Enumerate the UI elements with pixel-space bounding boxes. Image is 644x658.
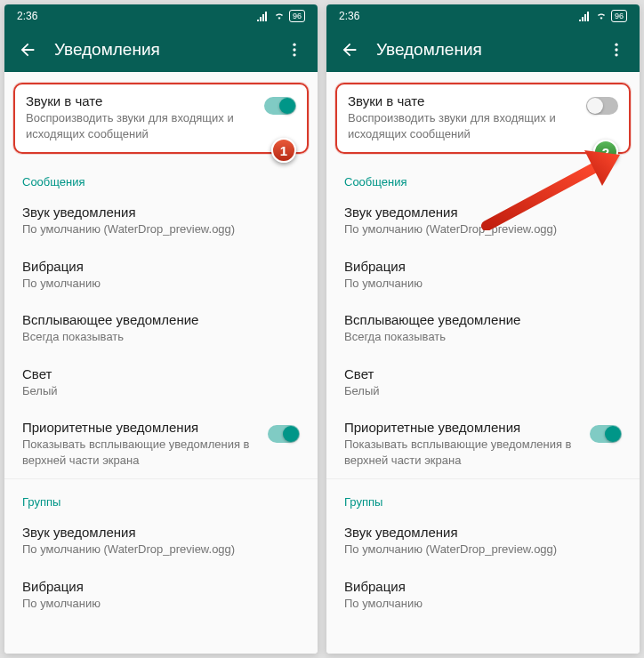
row-sub: По умолчанию <box>344 276 622 292</box>
appbar-title: Уведомления <box>42 40 280 60</box>
row-sub: Показывать всплывающие уведомления в вер… <box>22 437 261 468</box>
menu-button[interactable] <box>602 41 631 59</box>
wifi-icon <box>595 11 608 21</box>
section-groups: Группы <box>4 479 318 514</box>
arrow-back-icon <box>340 40 359 60</box>
row-sub: По умолчанию (WaterDrop_preview.ogg) <box>22 542 300 558</box>
row-sub: Всегда показывать <box>344 329 622 345</box>
signal-icon <box>257 11 270 21</box>
chat-sounds-title: Звуки в чате <box>26 93 257 108</box>
app-bar: Уведомления <box>326 28 640 72</box>
wifi-icon <box>273 11 286 21</box>
status-time: 2:36 <box>17 10 37 22</box>
row-light[interactable]: Свет Белый <box>326 356 640 410</box>
priority-toggle[interactable] <box>268 425 300 443</box>
row-sub: Белый <box>344 383 622 399</box>
row-priority[interactable]: Приоритетные уведомления Показывать вспл… <box>4 409 318 478</box>
row-title: Приоритетные уведомления <box>22 420 261 435</box>
back-button[interactable] <box>335 40 364 60</box>
row-title: Всплывающее уведомление <box>344 312 622 327</box>
row-title: Свет <box>22 366 300 381</box>
row-title: Вибрация <box>344 259 622 274</box>
more-vert-icon <box>286 41 303 59</box>
svg-point-4 <box>615 48 617 51</box>
battery-icon: 96 <box>289 10 305 22</box>
row-title: Звук уведомления <box>22 205 300 220</box>
more-vert-icon <box>608 41 625 59</box>
chat-sounds-sub: Воспроизводить звуки для входящих и исхо… <box>348 110 579 141</box>
row-sub: По умолчанию (WaterDrop_preview.ogg) <box>344 221 622 237</box>
app-bar: Уведомления <box>4 28 318 72</box>
step-badge-1: 1 <box>271 138 296 163</box>
svg-point-2 <box>293 53 295 56</box>
signal-icon <box>579 11 592 21</box>
row-title: Всплывающее уведомление <box>22 312 300 327</box>
status-time: 2:36 <box>339 10 359 22</box>
chat-sounds-card[interactable]: Звуки в чате Воспроизводить звуки для вх… <box>335 83 631 154</box>
phone-left: 2:36 96 Уведомления Звуки в чате Воспрои… <box>4 4 318 654</box>
row-priority[interactable]: Приоритетные уведомления Показывать вспл… <box>326 409 640 478</box>
section-messages: Сообщения <box>326 159 640 194</box>
section-messages: Сообщения <box>4 159 318 194</box>
row-group-vibration[interactable]: Вибрация По умолчанию <box>4 568 318 622</box>
battery-icon: 96 <box>611 10 627 22</box>
row-title: Звук уведомления <box>344 525 622 540</box>
menu-button[interactable] <box>280 41 309 59</box>
row-title: Вибрация <box>344 579 622 594</box>
chat-sounds-card[interactable]: Звуки в чате Воспроизводить звуки для вх… <box>13 83 309 154</box>
svg-point-0 <box>293 44 295 46</box>
row-title: Свет <box>344 366 622 381</box>
step-badge-2: 2 <box>593 140 618 164</box>
row-sub: По умолчанию (WaterDrop_preview.ogg) <box>344 542 622 558</box>
row-light[interactable]: Свет Белый <box>4 356 318 410</box>
appbar-title: Уведомления <box>364 40 602 60</box>
row-title: Вибрация <box>22 579 300 594</box>
row-group-sound[interactable]: Звук уведомления По умолчанию (WaterDrop… <box>4 514 318 568</box>
status-bar: 2:36 96 <box>4 4 318 28</box>
row-popup[interactable]: Всплывающее уведомление Всегда показыват… <box>326 301 640 356</box>
priority-toggle[interactable] <box>590 425 622 443</box>
section-groups: Группы <box>326 479 640 514</box>
chat-sounds-toggle[interactable] <box>586 97 618 115</box>
row-notification-sound[interactable]: Звук уведомления По умолчанию (WaterDrop… <box>326 194 640 248</box>
row-sub: Всегда показывать <box>22 329 300 345</box>
row-sub: По умолчанию <box>22 276 300 292</box>
content: Звуки в чате Воспроизводить звуки для вх… <box>326 72 640 654</box>
chat-sounds-title: Звуки в чате <box>348 93 579 108</box>
row-sub: По умолчанию (WaterDrop_preview.ogg) <box>22 221 300 237</box>
status-bar: 2:36 96 <box>326 4 640 28</box>
back-button[interactable] <box>13 40 42 60</box>
row-vibration[interactable]: Вибрация По умолчанию <box>326 248 640 302</box>
svg-point-5 <box>615 53 617 56</box>
svg-point-1 <box>293 48 295 51</box>
row-title: Приоритетные уведомления <box>344 420 583 435</box>
row-popup[interactable]: Всплывающее уведомление Всегда показыват… <box>4 301 318 356</box>
status-icons: 96 <box>579 10 627 22</box>
arrow-back-icon <box>18 40 37 60</box>
row-group-sound[interactable]: Звук уведомления По умолчанию (WaterDrop… <box>326 514 640 568</box>
status-icons: 96 <box>257 10 305 22</box>
chat-sounds-toggle[interactable] <box>264 97 296 115</box>
row-vibration[interactable]: Вибрация По умолчанию <box>4 248 318 302</box>
row-notification-sound[interactable]: Звук уведомления По умолчанию (WaterDrop… <box>4 194 318 248</box>
row-title: Вибрация <box>22 259 300 274</box>
row-sub: Показывать всплывающие уведомления в вер… <box>344 437 583 468</box>
svg-point-3 <box>615 44 617 46</box>
row-group-vibration[interactable]: Вибрация По умолчанию <box>326 568 640 622</box>
row-title: Звук уведомления <box>22 525 300 540</box>
row-sub: По умолчанию <box>22 596 300 612</box>
phone-right: 2:36 96 Уведомления Звуки в чате Воспрои… <box>326 4 640 654</box>
row-sub: По умолчанию <box>344 596 622 612</box>
content: Звуки в чате Воспроизводить звуки для вх… <box>4 72 318 654</box>
chat-sounds-sub: Воспроизводить звуки для входящих и исхо… <box>26 110 257 141</box>
row-title: Звук уведомления <box>344 205 622 220</box>
row-sub: Белый <box>22 383 300 399</box>
